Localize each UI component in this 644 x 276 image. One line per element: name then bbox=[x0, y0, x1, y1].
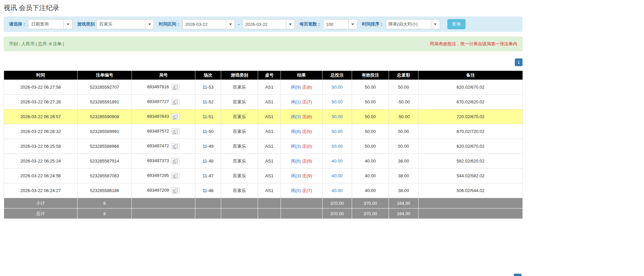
cell-result: 闲(9)庄(8) bbox=[281, 80, 323, 95]
cell-valid-bet: 40.00 bbox=[352, 169, 389, 183]
view-round-button[interactable] bbox=[171, 173, 180, 179]
cell-payout: 50.00 bbox=[389, 124, 418, 139]
page-size-dropdown-button[interactable] bbox=[348, 19, 357, 29]
cell-valid-bet: 50.00 bbox=[352, 139, 389, 154]
date-to-dropdown-button[interactable] bbox=[286, 19, 295, 29]
cell-time: 2026-03-22 06:26:32 bbox=[4, 124, 78, 139]
cell-round-number: 693497572 bbox=[132, 124, 195, 139]
cards-icon bbox=[173, 130, 178, 134]
view-round-button[interactable] bbox=[171, 84, 180, 90]
result-banker: 庄(7) bbox=[302, 188, 312, 193]
table-row: 2026-03-22 06:26:57 523285590908 6934976… bbox=[4, 109, 523, 124]
total-bet-link[interactable]: 40.00 bbox=[332, 158, 343, 164]
page-title: 视讯 会员下注纪录 bbox=[4, 3, 523, 12]
sort-order-input[interactable] bbox=[386, 19, 431, 29]
select-type-combobox[interactable] bbox=[28, 19, 72, 29]
sort-order-dropdown-button[interactable] bbox=[431, 19, 440, 29]
cell-round-number: 693497209 bbox=[132, 183, 195, 198]
cell-bet-number: 523285587914 bbox=[78, 154, 132, 169]
result-banker: 庄(9) bbox=[302, 158, 312, 164]
cell-valid-bet: 50.00 bbox=[352, 80, 389, 95]
column-header: 有效投注 bbox=[352, 71, 389, 80]
total-bet-link[interactable]: 50.00 bbox=[332, 85, 343, 90]
cell-valid-bet: 50.00 bbox=[352, 124, 389, 139]
view-round-button[interactable] bbox=[171, 158, 180, 164]
cell-payout: 50.00 bbox=[389, 80, 418, 95]
page-1-button[interactable]: 1 bbox=[515, 58, 523, 66]
result-banker: 庄(8) bbox=[302, 114, 312, 119]
select-type-dropdown-button[interactable] bbox=[63, 19, 72, 29]
cell-game-type: 百家乐 bbox=[221, 95, 258, 109]
total-bet-link[interactable]: 50.00 bbox=[332, 129, 343, 134]
date-to-combobox[interactable] bbox=[242, 19, 295, 29]
game-type-combobox[interactable] bbox=[96, 19, 154, 29]
view-round-button[interactable] bbox=[171, 113, 180, 120]
column-header: 桌号 bbox=[258, 71, 281, 80]
cell-time: 2026-03-22 06:27:58 bbox=[4, 80, 78, 95]
select-type-input[interactable] bbox=[29, 19, 63, 29]
total-bet-link[interactable]: 50.00 bbox=[332, 99, 343, 104]
date-from-input[interactable] bbox=[183, 19, 226, 29]
view-round-button[interactable] bbox=[171, 143, 180, 149]
round-number: 693497643 bbox=[147, 114, 169, 119]
round-number: 693497295 bbox=[147, 173, 169, 178]
table-row: 2026-03-22 06:27:28 523285591891 6934977… bbox=[4, 95, 523, 109]
time-range-group: ~ bbox=[182, 19, 295, 29]
table-body: 2026-03-22 06:27:58 523285592707 6934978… bbox=[4, 80, 523, 198]
view-round-button[interactable] bbox=[171, 128, 180, 135]
date-from-dropdown-button[interactable] bbox=[226, 19, 235, 29]
round-number: 693497472 bbox=[147, 143, 169, 148]
cell-result: 闲(8)庄(5) bbox=[281, 124, 323, 139]
column-header: 总派彩 bbox=[389, 71, 418, 80]
cards-icon bbox=[173, 159, 178, 164]
cell-payout: -50.00 bbox=[389, 109, 418, 124]
total-bet-link[interactable]: 50.00 bbox=[332, 144, 343, 149]
cell-total-bet: 50.00 bbox=[323, 139, 352, 154]
date-to-input[interactable] bbox=[243, 19, 286, 29]
query-button[interactable]: 查询 bbox=[447, 19, 465, 29]
view-round-button[interactable] bbox=[171, 187, 180, 194]
cell-bet-number: 523285590908 bbox=[78, 109, 132, 124]
game-type-dropdown-button[interactable] bbox=[145, 19, 154, 29]
sort-order-combobox[interactable] bbox=[386, 19, 440, 29]
table-row: 2026-03-22 06:24:56 523285587083 6934972… bbox=[4, 169, 523, 183]
cell-remark: 670.02/620.02 bbox=[418, 95, 523, 109]
view-round-button[interactable] bbox=[171, 99, 180, 105]
total-bet-link[interactable]: 40.00 bbox=[332, 173, 343, 178]
select-type-group bbox=[28, 19, 72, 29]
footer-valid-bet: 370.00 bbox=[352, 209, 389, 219]
cell-round-number: 693497816 bbox=[132, 80, 195, 95]
date-from-combobox[interactable] bbox=[182, 19, 235, 29]
column-header: 局号 bbox=[132, 71, 195, 80]
cell-time: 2026-03-22 06:25:24 bbox=[4, 154, 78, 169]
column-header: 注单编号 bbox=[78, 71, 132, 80]
total-bet-link[interactable]: 50.00 bbox=[332, 114, 343, 119]
page-1-button-bottom[interactable]: 1 bbox=[514, 274, 522, 276]
cell-payout: -50.00 bbox=[389, 95, 418, 109]
column-header: 结果 bbox=[281, 71, 323, 80]
page-size-combobox[interactable] bbox=[323, 19, 357, 29]
cell-bet-number: 523285587083 bbox=[78, 169, 132, 183]
cell-game-type: 百家乐 bbox=[221, 109, 258, 124]
round-number: 693497209 bbox=[147, 188, 169, 193]
cell-table-number: AS1 bbox=[258, 154, 281, 169]
page-size-group bbox=[323, 19, 357, 29]
footer-cell bbox=[195, 198, 221, 209]
table-row: 2026-03-22 06:25:58 523285588966 6934974… bbox=[4, 139, 523, 154]
cell-remark: 670.02/720.02 bbox=[418, 124, 523, 139]
cell-total-bet: 40.00 bbox=[323, 169, 352, 183]
chevron-down-icon bbox=[229, 24, 232, 25]
cell-total-bet: 40.00 bbox=[323, 154, 352, 169]
cell-total-bet: 50.00 bbox=[323, 80, 352, 95]
game-type-input[interactable] bbox=[97, 19, 145, 29]
round-number: 693497727 bbox=[147, 99, 169, 104]
result-banker: 庄(0) bbox=[302, 144, 312, 149]
footer-cell bbox=[281, 198, 323, 209]
pagination-bottom: 1 bbox=[514, 274, 522, 276]
footer-cell bbox=[221, 198, 258, 209]
page-size-input[interactable] bbox=[324, 19, 348, 29]
time-range-label: 时间区间： bbox=[159, 21, 181, 27]
cell-table-number: AS1 bbox=[258, 95, 281, 109]
total-bet-link[interactable]: 40.00 bbox=[332, 188, 343, 193]
cell-table-number: AS1 bbox=[258, 109, 281, 124]
